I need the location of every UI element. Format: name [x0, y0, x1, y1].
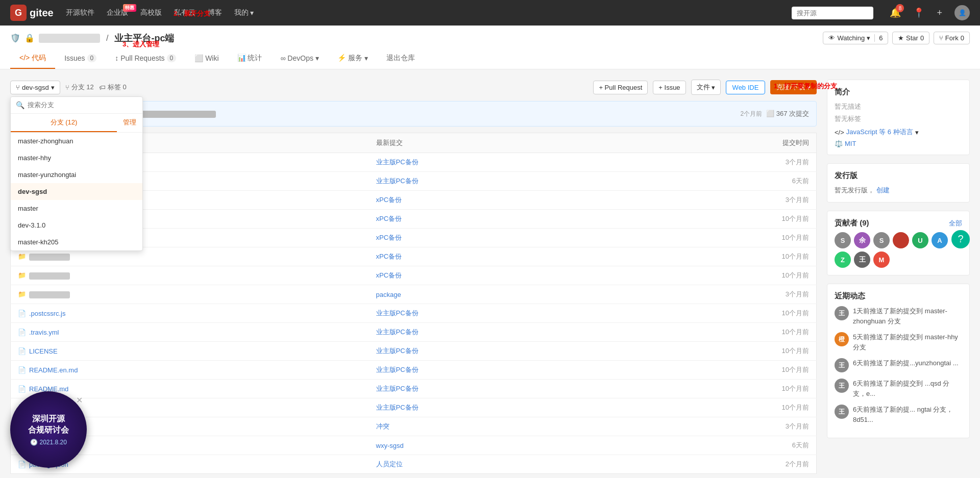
file-commit-cell: 业主版PC备份 [369, 153, 627, 172]
tab-issues[interactable]: Issues 0 [55, 48, 106, 69]
branch-item-6[interactable]: master-kh205 [11, 234, 142, 250]
activity-item: 王 6天前推送了新的提...yunzhongtai ... [835, 358, 962, 372]
watch-button[interactable]: 👁 Watching ▾ 6 [823, 32, 888, 44]
branch-count: ⑂ 分支 12 [65, 83, 94, 92]
commit-link[interactable]: 业主版PC备份 [376, 385, 419, 392]
file-time-cell: 2个月前 [626, 455, 816, 474]
dropdown-tabs: 分支 (12) 管理 [11, 114, 142, 133]
issue-button[interactable]: + Issue [653, 81, 685, 94]
commit-link[interactable]: xPC备份 [376, 271, 402, 279]
create-release-link[interactable]: 创建 [876, 186, 890, 194]
table-row: 📄README.en.md业主版PC备份10个月前 [11, 361, 817, 380]
activity-text: 6天前推送了新的提...yunzhongtai ... [853, 358, 959, 368]
avatar[interactable]: 👤 [954, 5, 970, 20]
file-link[interactable]: .travis.yml [29, 329, 59, 336]
branch-search-input[interactable] [28, 101, 137, 109]
commit-link[interactable]: 业主版PC备份 [376, 309, 419, 317]
branch-item-0[interactable]: master-zhonghuan [11, 133, 142, 149]
activity-text: 6天前推送了新的提... ngtai 分支，8d51... [853, 405, 962, 424]
nav-enterprise[interactable]: 企业版 特惠 [107, 8, 128, 17]
commit-link[interactable]: xPC备份 [376, 234, 402, 241]
file-time-cell: 10个月前 [626, 342, 816, 361]
notification-icon[interactable]: 🔔 8 [890, 7, 901, 18]
tab-devops[interactable]: ∞ DevOps ▾ [271, 48, 328, 69]
commit-link[interactable]: 人员定位 [376, 460, 403, 468]
commit-link[interactable]: 业主版PC备份 [376, 177, 419, 185]
contributor-avatar[interactable]: Z [835, 251, 851, 268]
tab-service[interactable]: ⚡ 服务 ▾ [328, 48, 377, 69]
file-button[interactable]: 文件 ▾ [691, 80, 721, 95]
commit-link[interactable]: 业主版PC备份 [376, 328, 419, 336]
branch-item-4[interactable]: master [11, 200, 142, 217]
file-time-cell: 10个月前 [626, 380, 816, 398]
branch-item-2[interactable]: master-yunzhongtai [11, 166, 142, 183]
lang-dropdown-icon: ▾ [915, 129, 919, 136]
add-icon[interactable]: + [937, 8, 942, 18]
pull-request-button[interactable]: + Pull Request [593, 81, 648, 94]
contributor-avatar[interactable]: A [932, 232, 948, 248]
branch-item-3[interactable]: dev-sgsd [11, 183, 142, 200]
branch-item-1[interactable]: master-hhy [11, 149, 142, 166]
file-time-cell: 6天前 [626, 172, 816, 191]
branch-dropdown: 🔍 分支 (12) 管理 master-zhonghuan master-hhy… [10, 96, 143, 251]
file-link[interactable]: README.en.md [29, 366, 78, 374]
star-button[interactable]: ★ Star 0 [892, 32, 929, 44]
fork-label: ⑂ Fork [939, 34, 959, 42]
file-link[interactable]: LICENSE [29, 347, 58, 355]
commit-link[interactable]: xPC备份 [376, 215, 402, 222]
lang-link[interactable]: JavaScript 等 6 种语言 [846, 128, 913, 137]
branch-search-container: 🔍 [11, 97, 142, 114]
file-link[interactable]: .postcssrc.js [29, 310, 66, 317]
file-name-cell: 📁 [11, 266, 369, 285]
file-name-cell: 📁 [11, 285, 369, 304]
commit-link[interactable]: package [376, 291, 401, 298]
floating-ad[interactable]: ✕ 深圳开源合规研讨会 🕐 2021.8.20 [10, 391, 87, 468]
file-time-cell: 10个月前 [626, 323, 816, 342]
logo-icon: G [10, 5, 27, 21]
dropdown-manage-link[interactable]: 管理 [117, 114, 142, 132]
contributor-avatar[interactable]: S [835, 232, 851, 248]
nav-mine[interactable]: 我的 ▾ [234, 8, 254, 17]
contributor-avatar[interactable]: 王 [854, 251, 870, 268]
tab-exit[interactable]: 退出仓库 [377, 48, 424, 69]
file-icon: 📄 [18, 385, 26, 393]
fork-button[interactable]: ⑂ Fork 0 [934, 32, 970, 44]
nav-university[interactable]: 高校版 [140, 8, 162, 17]
commit-link[interactable]: xPC备份 [376, 196, 402, 204]
clone-button[interactable]: 克隆/下载 ▾ [770, 80, 817, 94]
dropdown-tab-branches[interactable]: 分支 (12) [11, 114, 117, 132]
commit-link[interactable]: 业主版PC备份 [376, 404, 419, 411]
contributor-avatar[interactable] [893, 232, 909, 248]
table-row: 📄favicon.ico业主版PC备份10个月前 [11, 398, 817, 417]
all-contributors-link[interactable]: 全部 [949, 219, 962, 228]
contributor-avatar[interactable]: U [912, 232, 928, 248]
branch-selector-button[interactable]: ⑂ dev-sgsd ▾ [10, 81, 60, 94]
help-button[interactable]: ? [951, 230, 970, 248]
commit-link[interactable]: 业主版PC备份 [376, 158, 419, 166]
contributor-avatar[interactable]: M [873, 251, 890, 268]
file-icon: 📄 [18, 347, 26, 355]
license-link[interactable]: MIT [845, 140, 856, 147]
table-row: 📁xPC备份10个月前 [11, 266, 817, 285]
commit-link[interactable]: 业主版PC备份 [376, 366, 419, 373]
tab-wiki[interactable]: ⬜ Wiki [185, 48, 228, 69]
location-icon[interactable]: 📍 [913, 7, 924, 18]
branch-item-5[interactable]: dev-3.1.0 [11, 217, 142, 234]
file-commit-cell: xPC备份 [369, 266, 627, 285]
commit-link[interactable]: xPC备份 [376, 253, 402, 260]
contributor-avatar[interactable]: S [873, 232, 890, 248]
search-input[interactable] [792, 7, 873, 19]
commit-link[interactable]: wxy-sgsd [376, 442, 404, 449]
tab-stats[interactable]: 📊 统计 [228, 48, 272, 69]
ad-close-button[interactable]: ✕ [76, 395, 83, 405]
fork-count: 0 [961, 34, 964, 42]
logo[interactable]: G gitee [10, 5, 54, 21]
commit-link[interactable]: 业主版PC备份 [376, 347, 419, 355]
commit-link[interactable]: 冲突 [376, 422, 389, 430]
contributor-avatar[interactable]: 余 [854, 232, 870, 248]
nav-opensource[interactable]: 开源软件 [66, 8, 94, 17]
webide-button[interactable]: Web IDE [726, 81, 766, 94]
col-time: 提交时间 [626, 133, 816, 153]
tab-pr[interactable]: ↕ Pull Requests 0 [106, 48, 185, 69]
tab-code[interactable]: </> 代码 [10, 48, 55, 69]
